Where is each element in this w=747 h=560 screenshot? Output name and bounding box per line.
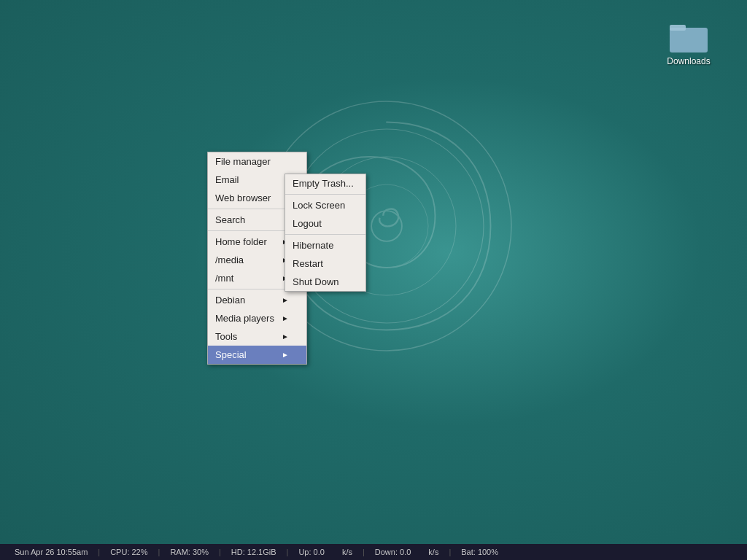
taskbar-datetime: Sun Apr 26 10:55am (6, 548, 96, 556)
submenu-separator-1 (285, 194, 365, 195)
svg-rect-5 (670, 28, 708, 52)
arrow-icon: ► (282, 296, 289, 304)
taskbar-down: Down: 0.0 (366, 548, 420, 556)
arrow-icon: ► (282, 332, 289, 341)
menu-item-debian[interactable]: Debian ► (208, 291, 306, 309)
taskbar-up-unit: k/s (333, 548, 361, 556)
submenu-item-lock-screen[interactable]: Lock Screen (285, 196, 365, 214)
submenu-item-restart[interactable]: Restart (285, 254, 365, 273)
arrow-icon: ► (282, 314, 289, 322)
submenu-item-hibernate[interactable]: Hibernate (285, 236, 365, 254)
taskbar-up: Up: 0.0 (290, 548, 333, 556)
taskbar-hd: HD: 12.1GiB (222, 548, 285, 556)
arrow-icon: ► (282, 351, 289, 359)
submenu-item-logout[interactable]: Logout (285, 214, 365, 233)
downloads-folder-icon[interactable]: Downloads (659, 22, 718, 66)
taskbar-ram: RAM: 30% (161, 548, 217, 556)
taskbar-cpu: CPU: 22% (101, 548, 156, 556)
desktop: Downloads File manager Email Web browser… (0, 0, 747, 560)
submenu-separator-2 (285, 234, 365, 235)
taskbar-down-unit: k/s (419, 548, 447, 556)
special-submenu: Empty Trash... Lock Screen Logout Hibern… (285, 174, 366, 292)
downloads-label: Downloads (667, 56, 710, 66)
menu-item-file-manager[interactable]: File manager (208, 152, 306, 171)
submenu-item-shut-down[interactable]: Shut Down (285, 273, 365, 291)
menu-item-special[interactable]: Special ► (208, 346, 306, 364)
taskbar-battery: Bat: 100% (452, 548, 507, 556)
menu-item-tools[interactable]: Tools ► (208, 327, 306, 346)
svg-rect-6 (670, 25, 686, 31)
submenu-item-empty-trash[interactable]: Empty Trash... (285, 174, 365, 192)
folder-image (670, 22, 708, 52)
taskbar: Sun Apr 26 10:55am | CPU: 22% | RAM: 30%… (0, 544, 747, 560)
menu-item-media-players[interactable]: Media players ► (208, 309, 306, 327)
